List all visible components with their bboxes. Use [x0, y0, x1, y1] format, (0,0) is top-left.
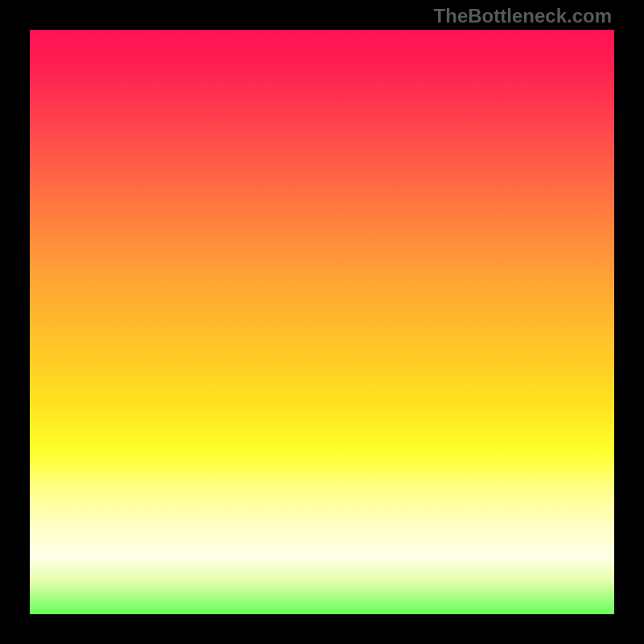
- chart-frame: TheBottleneck.com: [0, 0, 644, 644]
- watermark-text: TheBottleneck.com: [434, 5, 612, 27]
- plot-area: [30, 30, 614, 614]
- heatmap-gradient: [30, 30, 614, 614]
